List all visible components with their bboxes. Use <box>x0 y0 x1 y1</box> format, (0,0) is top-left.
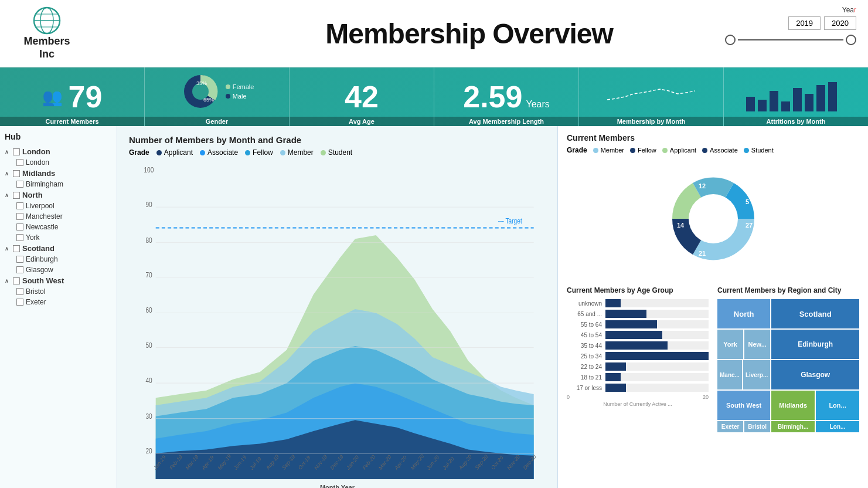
slider-right-handle[interactable] <box>846 35 856 45</box>
age-bar-fill-2224 <box>605 362 626 371</box>
slider-left-handle[interactable] <box>725 35 736 45</box>
year-2019[interactable]: 2019 <box>788 16 821 30</box>
sidebar: Hub ∧ London London ∧ Midlands Birmingha… <box>0 126 117 488</box>
year-filter-label: Year <box>842 6 856 14</box>
midlands-checkbox[interactable] <box>13 170 20 177</box>
sidebar-item-southwest[interactable]: ∧ South West <box>5 275 112 286</box>
age-bar-2224 <box>605 362 709 371</box>
newcastle-checkbox[interactable] <box>16 223 23 231</box>
exeter-checkbox[interactable] <box>16 299 23 306</box>
sidebar-item-london[interactable]: ∧ London <box>5 146 112 157</box>
age-group-title: Current Members by Age Group <box>567 286 709 294</box>
sidebar-item-scotland[interactable]: ∧ Scotland <box>5 243 112 254</box>
tm-bristol[interactable]: Bristol <box>744 421 770 432</box>
birmingham-checkbox[interactable] <box>16 181 23 188</box>
avg-length-unit: Years <box>526 99 549 110</box>
right-fellow-label: Fellow <box>638 147 656 154</box>
tm-london-bot[interactable]: Lon... <box>816 421 859 432</box>
southwest-checkbox[interactable] <box>13 277 20 284</box>
southwest-arrow: ∧ <box>5 278 11 284</box>
svg-text:30: 30 <box>145 412 152 420</box>
tm-birmingham[interactable]: Birmingh... <box>771 421 815 432</box>
age-axis: 0 20 <box>567 394 709 400</box>
svg-rect-15 <box>816 85 825 111</box>
tm-southwest[interactable]: South West <box>717 391 770 420</box>
tm-bristol-label: Bristol <box>748 423 767 430</box>
tm-exeter-label: Exeter <box>721 423 740 430</box>
sidebar-item-birmingham[interactable]: Birmingham <box>5 179 112 189</box>
svg-text:21: 21 <box>699 250 706 257</box>
svg-text:20: 20 <box>145 447 152 455</box>
svg-rect-10 <box>758 100 767 111</box>
year-slider[interactable] <box>725 35 856 45</box>
members-donut-chart: 5 27 21 14 12 <box>655 160 772 277</box>
sidebar-item-glasgow[interactable]: Glasgow <box>5 265 112 275</box>
right-member-label: Member <box>601 147 624 154</box>
tm-glasgow-label: Glasgow <box>801 371 830 379</box>
midlands-arrow: ∧ <box>5 171 11 177</box>
edinburgh-checkbox[interactable] <box>16 256 23 263</box>
svg-text:--- Target: --- Target <box>498 217 523 225</box>
sidebar-item-liverpool[interactable]: Liverpool <box>5 201 112 211</box>
bristol-checkbox[interactable] <box>16 288 23 295</box>
tm-exeter[interactable]: Exeter <box>717 421 743 432</box>
sidebar-item-newcastle[interactable]: Newcastle <box>5 222 112 232</box>
liverpool-checkbox[interactable] <box>16 202 23 209</box>
scotland-checkbox[interactable] <box>13 245 20 252</box>
tm-manc-liverp: Manc... Liverp... <box>717 360 770 389</box>
tm-edinburgh[interactable]: Edinburgh <box>771 330 859 359</box>
tm-london-top[interactable]: Lon... <box>816 391 859 420</box>
age-bar-fill-2534 <box>605 352 709 360</box>
gender-donut-chart: 35% 65% <box>180 71 221 112</box>
stat-current-members: 👥 79 Current Members <box>0 67 145 126</box>
sidebar-item-york[interactable]: York <box>5 232 112 243</box>
student-label: Student <box>328 148 352 157</box>
svg-rect-13 <box>793 88 802 111</box>
age-row-2534: 25 to 34 <box>567 352 709 360</box>
svg-point-67 <box>689 194 738 243</box>
fellow-label: Fellow <box>253 148 273 157</box>
header: Members Inc Membership Overview Year 201… <box>0 0 868 67</box>
tm-midlands[interactable]: Midlands <box>771 391 815 420</box>
treemap-title: Current Members by Region and City <box>717 286 859 294</box>
tm-scotland[interactable]: Scotland <box>771 299 859 328</box>
birmingham-label: Birmingham <box>26 180 63 188</box>
svg-text:100: 100 <box>144 166 154 174</box>
age-bar-fill-unknown <box>605 299 621 307</box>
tm-manchester[interactable]: Manc... <box>717 360 742 389</box>
male-legend: Male <box>226 93 254 100</box>
london-checkbox[interactable] <box>13 148 20 155</box>
glasgow-checkbox[interactable] <box>16 266 23 273</box>
manchester-checkbox[interactable] <box>16 213 23 220</box>
sidebar-item-north[interactable]: ∧ North <box>5 189 112 201</box>
sidebar-item-exeter[interactable]: Exeter <box>5 297 112 307</box>
age-bar-1821 <box>605 373 709 381</box>
year-2020[interactable]: 2020 <box>824 16 856 30</box>
tm-lon-bot-label: Lon... <box>830 423 846 430</box>
legend-member: Member <box>280 148 314 157</box>
right-applicant-label: Applicant <box>670 147 696 154</box>
york-checkbox[interactable] <box>16 234 23 241</box>
age-label-2534: 25 to 34 <box>567 353 602 360</box>
members-icon: 👥 <box>42 87 63 107</box>
age-label-4554: 45 to 54 <box>567 332 602 338</box>
sidebar-item-edinburgh[interactable]: Edinburgh <box>5 254 112 265</box>
sidebar-item-london-city[interactable]: London <box>5 157 112 168</box>
year-boxes[interactable]: 2019 2020 <box>788 16 856 30</box>
sidebar-item-midlands[interactable]: ∧ Midlands <box>5 168 112 179</box>
tm-north[interactable]: North <box>717 299 770 328</box>
sidebar-item-manchester[interactable]: Manchester <box>5 211 112 222</box>
associate-label: Associate <box>207 148 238 157</box>
tm-glasgow[interactable]: Glasgow <box>771 360 859 389</box>
tm-newcastle[interactable]: New... <box>744 330 770 359</box>
tm-york[interactable]: York <box>717 330 743 359</box>
svg-rect-16 <box>828 82 837 111</box>
age-group-panel: Current Members by Age Group unknown 65 … <box>567 286 709 422</box>
london-city-checkbox[interactable] <box>16 159 23 166</box>
tm-york-newc: York New... <box>717 330 770 359</box>
north-checkbox[interactable] <box>13 192 20 199</box>
bristol-label: Bristol <box>26 287 45 296</box>
logo-area: Members Inc <box>12 6 82 60</box>
tm-liverpool[interactable]: Liverp... <box>743 360 770 389</box>
sidebar-item-bristol[interactable]: Bristol <box>5 286 112 297</box>
